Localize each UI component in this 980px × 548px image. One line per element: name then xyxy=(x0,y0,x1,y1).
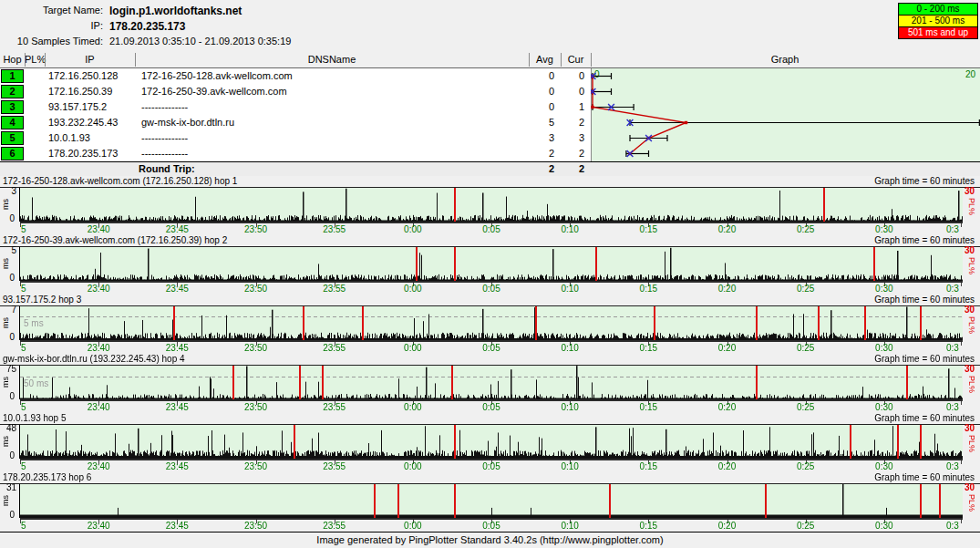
x-tick-label: 0:20 xyxy=(718,224,736,234)
column-header-hop[interactable]: Hop xyxy=(0,52,25,67)
round-trip-label: Round Trip: xyxy=(139,162,195,176)
x-tick-label: 0:25 xyxy=(797,224,814,234)
pl-percent-cell xyxy=(26,130,40,146)
x-tick-label: 0:00 xyxy=(404,402,421,412)
pl-percent-cell xyxy=(26,146,40,161)
hop-graph-block: 93.157.175.2 hop 3Graph time = 60 minute… xyxy=(0,295,980,354)
x-tick-label: 23:50 xyxy=(244,402,267,412)
column-header-dnsname[interactable]: DNSName xyxy=(135,52,529,67)
graph-label-strip: 10.0.1.93 hop 5Graph time = 60 minutes xyxy=(0,413,980,425)
x-tick-label: 23:55 xyxy=(323,521,346,531)
hop-table: 0 20 1172.16.250.128172-16-250-128.avk-w… xyxy=(0,68,980,161)
column-header-ip[interactable]: IP xyxy=(45,52,135,67)
x-tick-label: 0:15 xyxy=(640,224,657,234)
hop-graph-block: 10.0.1.93 hop 5Graph time = 60 minutes48… xyxy=(0,413,980,472)
x-tick-label: 0:3 xyxy=(946,402,959,412)
x-tick-label: 0:25 xyxy=(797,402,814,412)
graph-time-label: Graph time = 60 minutes xyxy=(874,354,975,365)
column-header-cur[interactable]: Cur xyxy=(561,52,591,67)
column-separator xyxy=(135,53,136,67)
hop-number-cell: 6 xyxy=(1,147,24,160)
x-tick-label: 0:10 xyxy=(561,343,578,353)
x-tick-label: 0:00 xyxy=(404,224,421,234)
graph-label-strip: 172-16-250-128.avk-wellcom.com (172.16.2… xyxy=(0,176,980,188)
x-tick-label: 0:15 xyxy=(640,521,657,531)
hop-number-cell: 1 xyxy=(1,69,24,83)
hop-graph-block: 172-16-250-39.avk-wellcom.com (172.16.25… xyxy=(0,235,980,295)
ip-cell: 178.20.235.173 xyxy=(48,146,118,161)
y-max-label: 75 xyxy=(6,364,16,374)
legend-item: 501 ms and up xyxy=(898,26,978,39)
x-tick-label: 5 xyxy=(21,343,26,353)
y-unit-label: ms xyxy=(1,317,10,328)
pl-percent-cell xyxy=(26,68,40,84)
x-tick-label: 0:25 xyxy=(797,284,814,294)
pl-percent-cell xyxy=(26,115,40,130)
pl-axis-gutter: 30PL% xyxy=(963,188,980,223)
x-tick-label: 23:45 xyxy=(166,461,189,471)
x-tick-label: 0:10 xyxy=(561,461,578,471)
x-tick-label: 0:15 xyxy=(640,402,657,412)
x-tick-mark xyxy=(961,283,962,286)
x-tick-label: 23:55 xyxy=(323,343,346,353)
x-tick-label: 0:10 xyxy=(561,521,578,531)
y-axis-gutter: 31ms0 xyxy=(0,484,20,518)
x-tick-mark xyxy=(961,401,962,405)
dns-name-cell: 172-16-250-39.avk-wellcom.com xyxy=(141,84,287,99)
x-tick-label: 0:25 xyxy=(797,343,814,353)
column-header-avg[interactable]: Avg xyxy=(529,52,561,67)
x-tick-label: 0:10 xyxy=(561,224,578,234)
avg-latency-line xyxy=(593,77,686,154)
x-tick-label: 0:30 xyxy=(875,402,892,412)
pl-axis-label: PL% xyxy=(967,198,976,215)
x-tick-label: 23:55 xyxy=(323,224,346,234)
x-tick-label: 0:3 xyxy=(946,461,959,471)
graph-x-axis: 523:4023:4523:5023:550:000:050:100:150:2… xyxy=(0,283,980,295)
legend-item: 0 - 200 ms xyxy=(898,3,978,16)
graph-x-axis: 523:4023:4523:5023:550:000:050:100:150:2… xyxy=(0,223,980,235)
x-tick-label: 23:50 xyxy=(244,224,267,234)
x-tick-label: 0:05 xyxy=(482,284,500,294)
graph-time-label: Graph time = 60 minutes xyxy=(874,413,975,424)
pl-max-label: 30 xyxy=(965,245,975,255)
x-tick-label: 23:40 xyxy=(88,402,110,412)
x-tick-label: 0:20 xyxy=(718,521,736,531)
x-tick-label: 23:45 xyxy=(166,402,189,412)
x-tick-label: 0:05 xyxy=(482,402,500,412)
latency-timeline-canvas xyxy=(20,425,963,460)
graph-label-strip: 93.157.175.2 hop 3Graph time = 60 minute… xyxy=(0,295,980,306)
round-trip-avg: 2 xyxy=(529,162,554,176)
footer-bar: Image generated by PingPlotter Standard … xyxy=(0,532,980,548)
column-header-graph[interactable]: Graph xyxy=(591,52,979,67)
x-tick-label: 0:3 xyxy=(946,521,959,531)
pl-percent-cell xyxy=(26,99,40,115)
pl-axis-gutter: 30PL% xyxy=(963,366,980,401)
y-unit-label: ms xyxy=(1,199,10,210)
column-header-pl[interactable]: PL% xyxy=(25,52,45,67)
graph-time-label: Graph time = 60 minutes xyxy=(874,176,975,187)
x-tick-label: 0:20 xyxy=(718,343,736,353)
x-tick-label: 0:25 xyxy=(797,461,814,471)
summary-header: Target Name: login.p1.worldoftanks.net I… xyxy=(0,0,893,51)
x-tick-label: 0:15 xyxy=(640,461,657,471)
avg-point-marker xyxy=(591,106,593,109)
x-tick-label: 0:20 xyxy=(718,461,736,471)
samples-value: 21.09.2013 0:35:10 - 21.09.2013 0:35:19 xyxy=(109,36,291,47)
hop-number-cell: 2 xyxy=(1,85,24,98)
y-unit-label: ms xyxy=(1,436,10,447)
x-tick-label: 23:40 xyxy=(88,343,110,353)
x-tick-label: 0:15 xyxy=(640,284,657,294)
y-axis-gutter: 48ms0 xyxy=(0,425,20,459)
x-tick-mark xyxy=(961,223,962,227)
x-tick-label: 0:3 xyxy=(946,343,959,353)
pl-percent-cell xyxy=(26,84,40,99)
x-tick-label: 23:40 xyxy=(88,461,110,471)
avg-cell: 0 xyxy=(529,99,554,115)
graph-plot-row: 75ms030PL%50 ms xyxy=(0,366,980,401)
hop-number-cell: 3 xyxy=(1,100,24,114)
pl-axis-gutter: 30PL% xyxy=(963,247,980,283)
graph-plot-row: 7ms030PL%5 ms xyxy=(0,306,980,342)
column-separator xyxy=(45,53,46,67)
x-tick-mark xyxy=(961,342,962,346)
pl-axis-gutter: 30PL% xyxy=(963,425,980,460)
